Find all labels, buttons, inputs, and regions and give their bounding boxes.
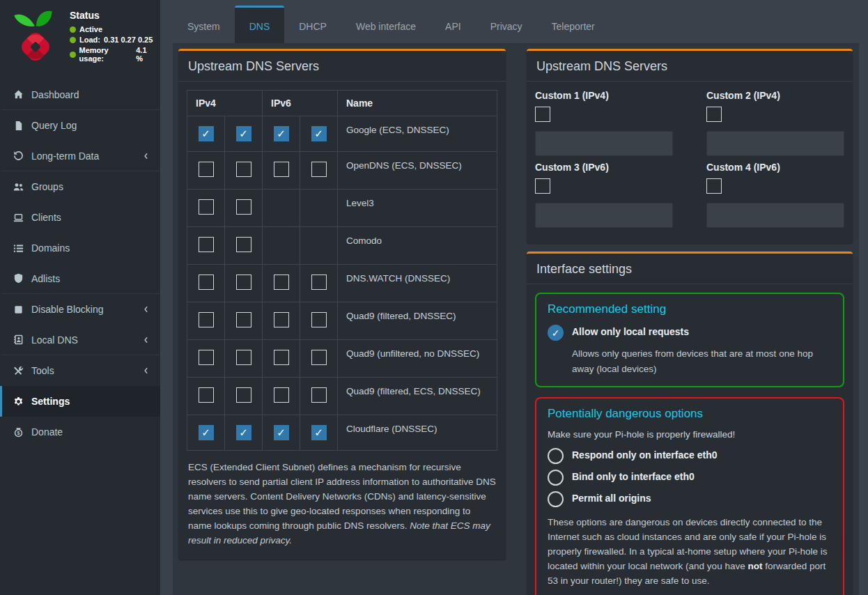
interface-settings-title: Interface settings [536, 262, 843, 277]
server-checkbox-google-ecs-dnssec-3[interactable]: ✓ [274, 126, 289, 141]
server-checkbox-comodo-2[interactable] [236, 237, 251, 252]
sidebar-item-long-term-data[interactable]: Long-term Data [0, 141, 160, 171]
server-checkbox-quad9-filtered-ecs-dnssec-3[interactable] [274, 387, 289, 403]
server-checkbox-quad9-unfiltered-no-dnssec-3[interactable] [274, 350, 289, 365]
table-row-comodo: Comodo [187, 227, 497, 265]
tab-system[interactable]: System [173, 6, 235, 43]
server-checkbox-google-ecs-dnssec-2[interactable]: ✓ [236, 126, 251, 141]
sidebar-item-donate[interactable]: $Donate [0, 417, 160, 447]
chevron-left-icon [142, 336, 150, 344]
server-checkbox-quad9-filtered-ecs-dnssec-1[interactable] [199, 387, 214, 403]
sidebar-item-query-log[interactable]: Query Log [0, 110, 160, 141]
custom-field-input-custom-3-ipv6[interactable] [535, 203, 673, 228]
server-checkbox-comodo-1[interactable] [199, 237, 214, 252]
sidebar-item-clients[interactable]: Clients [0, 202, 160, 233]
radio-permit-all-origins[interactable] [548, 491, 564, 507]
server-checkbox-quad9-unfiltered-no-dnssec-1[interactable] [199, 350, 214, 365]
server-checkbox-opendns-ecs-dnssec-1[interactable] [199, 162, 214, 177]
status-item: Memory usage: 4.1 % [70, 46, 155, 63]
server-name: Quad9 (filtered, DNSSEC) [338, 302, 497, 340]
sidebar-item-settings[interactable]: Settings [0, 386, 160, 417]
custom-field-input-custom-1-ipv4[interactable] [535, 131, 673, 156]
tab-dns[interactable]: DNS [235, 6, 285, 43]
custom-dns-panel-title: Upstream DNS Servers [536, 59, 843, 74]
sidebar-item-label: Domains [31, 242, 70, 254]
sidebar-menu: DashboardQuery LogLong-term DataGroupsCl… [0, 79, 160, 447]
svg-text:$: $ [17, 430, 20, 435]
server-checkbox-cloudflare-dnssec-1[interactable]: ✓ [199, 425, 214, 440]
sidebar-item-disable-blocking[interactable]: Disable Blocking [0, 294, 160, 325]
radio-respond-only-on-interface-eth0[interactable] [548, 448, 564, 464]
server-checkbox-quad9-unfiltered-no-dnssec-4[interactable] [311, 350, 327, 365]
sidebar-item-dashboard[interactable]: Dashboard [0, 79, 160, 110]
sidebar-item-domains[interactable]: Domains [0, 233, 160, 263]
custom-field-checkbox-custom-2-ipv4[interactable] [706, 107, 722, 122]
server-checkbox-dns-watch-dnssec-2[interactable] [236, 275, 251, 290]
radio-bind-only-to-interface-eth0[interactable] [548, 470, 564, 486]
address-book-icon [13, 334, 31, 345]
custom-field-checkbox-custom-1-ipv4[interactable] [535, 107, 550, 122]
radio-label: Permit all origins [572, 491, 651, 504]
sidebar-item-label: Settings [31, 396, 70, 407]
upstream-dns-panel-title: Upstream DNS Servers [188, 59, 496, 74]
custom-field-input-custom-4-ipv6[interactable] [706, 203, 844, 228]
sidebar-item-adlists[interactable]: Adlists [0, 263, 160, 294]
dangerous-heading: Potentially dangerous options [548, 407, 832, 421]
radio-allow-local-requests[interactable]: ✓ [548, 325, 564, 341]
list-icon [13, 243, 31, 254]
sidebar-item-tools[interactable]: Tools [0, 355, 160, 386]
server-checkbox-dns-watch-dnssec-1[interactable] [199, 275, 214, 290]
sidebar-item-groups[interactable]: Groups [0, 171, 160, 202]
logo-leaf-right [36, 11, 52, 26]
sidebar: Status ActiveLoad: 0.31 0.27 0.25Memory … [0, 0, 160, 595]
server-checkbox-level3-2[interactable] [236, 199, 251, 215]
sidebar-item-local-dns[interactable]: Local DNS [0, 325, 160, 355]
sidebar-item-label: Query Log [31, 120, 77, 131]
server-checkbox-opendns-ecs-dnssec-4[interactable] [311, 162, 327, 177]
server-checkbox-opendns-ecs-dnssec-3[interactable] [274, 162, 289, 177]
sidebar-item-label: Long-term Data [31, 150, 99, 162]
server-checkbox-quad9-filtered-dnssec-2[interactable] [236, 312, 251, 327]
server-checkbox-opendns-ecs-dnssec-2[interactable] [236, 162, 251, 177]
server-checkbox-quad9-unfiltered-no-dnssec-2[interactable] [236, 350, 251, 365]
tab-dhcp[interactable]: DHCP [284, 6, 341, 43]
recommended-box: Recommended setting ✓ Allow only local r… [535, 293, 844, 387]
server-checkbox-google-ecs-dnssec-4[interactable]: ✓ [311, 126, 327, 141]
dangerous-note: These options are dangerous on devices d… [548, 516, 832, 589]
server-checkbox-cloudflare-dnssec-4[interactable]: ✓ [311, 425, 327, 440]
upstream-dns-table: IPv4 IPv6 Name ✓✓✓✓Google (ECS, DNSSEC)O… [187, 90, 497, 451]
status-dot-icon [70, 26, 76, 33]
status-dot-icon [70, 52, 76, 58]
interface-settings-panel: Interface settings Recommended setting ✓… [527, 252, 853, 595]
sidebar-item-label: Disable Blocking [31, 304, 104, 315]
tab-api[interactable]: API [431, 6, 476, 43]
server-checkbox-cloudflare-dnssec-3[interactable]: ✓ [274, 425, 289, 440]
server-checkbox-level3-1[interactable] [199, 199, 214, 215]
column-header-ipv6: IPv6 [263, 91, 338, 116]
server-checkbox-google-ecs-dnssec-1[interactable]: ✓ [199, 126, 214, 141]
table-row-dns-watch-dnssec: DNS.WATCH (DNSSEC) [187, 265, 497, 302]
custom-field-checkbox-custom-3-ipv6[interactable] [535, 178, 550, 194]
donate-icon: $ [13, 427, 31, 438]
tab-privacy[interactable]: Privacy [476, 6, 537, 43]
server-checkbox-quad9-filtered-dnssec-1[interactable] [199, 312, 214, 327]
status-title: Status [70, 10, 155, 21]
radio-option-respond-only-on-interface-eth0: Respond only on interface eth0 [548, 448, 832, 464]
custom-field-checkbox-custom-4-ipv6[interactable] [706, 178, 722, 194]
server-checkbox-quad9-filtered-dnssec-4[interactable] [311, 312, 327, 327]
server-checkbox-dns-watch-dnssec-3[interactable] [274, 275, 289, 290]
server-checkbox-quad9-filtered-ecs-dnssec-2[interactable] [236, 387, 251, 403]
radio-allow-local-description: Allows only queries from devices that ar… [572, 346, 832, 376]
server-checkbox-cloudflare-dnssec-2[interactable]: ✓ [236, 425, 251, 440]
sidebar-item-label: Clients [31, 212, 61, 223]
custom-field-input-custom-2-ipv4[interactable] [706, 131, 844, 156]
tab-web-interface[interactable]: Web interface [341, 6, 431, 43]
tab-teleporter[interactable]: Teleporter [537, 6, 610, 43]
server-checkbox-quad9-filtered-ecs-dnssec-4[interactable] [311, 387, 327, 403]
server-checkbox-dns-watch-dnssec-4[interactable] [311, 275, 327, 290]
firewall-warning: Make sure your Pi-hole is properly firew… [548, 429, 832, 440]
custom-field-label: Custom 4 (IPv6) [706, 162, 844, 173]
dns-tab-pane: Upstream DNS Servers IPv4 IPv6 Name ✓✓✓✓… [173, 43, 859, 595]
server-checkbox-quad9-filtered-dnssec-3[interactable] [274, 312, 289, 327]
server-name: Cloudflare (DNSSEC) [338, 415, 497, 451]
